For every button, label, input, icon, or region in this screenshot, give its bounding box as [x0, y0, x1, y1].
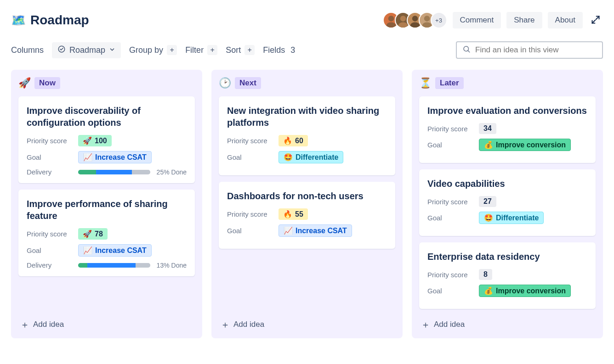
collaborator-avatars[interactable]: +3	[383, 12, 447, 28]
group-by-label: Group by	[129, 45, 163, 55]
priority-score-value: 55	[295, 210, 303, 218]
plus-icon: ＋	[221, 320, 230, 329]
add-idea-button[interactable]: ＋Add idea	[18, 315, 195, 331]
card-title: Improve discoverability of configuration…	[27, 105, 187, 129]
card-title: Dashboards for non-tech users	[227, 190, 387, 202]
goal-label: Goal	[427, 287, 472, 295]
score-emoji-icon: 🔥	[283, 136, 292, 145]
score-emoji-icon: 🚀	[83, 230, 92, 238]
sort-label: Sort	[226, 45, 241, 55]
board-column: ⏳ Later Improve evaluation and conversio…	[412, 70, 603, 338]
priority-score-value: 60	[295, 137, 303, 145]
add-idea-label: Add idea	[33, 320, 64, 329]
delivery-row: Delivery 25% Done	[27, 168, 187, 176]
chevron-down-icon	[109, 45, 115, 55]
card-title: New integration with video sharing platf…	[227, 105, 387, 129]
priority-score-value: 78	[95, 230, 103, 238]
idea-card[interactable]: Video capabilities Priority score 27 Goa…	[419, 169, 596, 236]
priority-label: Priority score	[27, 230, 72, 238]
goal-row: Goal 📈 Increase CSAT	[27, 151, 187, 163]
priority-score-badge: 34	[479, 123, 496, 134]
toolbar-left: Columns Roadmap Group by + Filter + Sort…	[11, 42, 445, 58]
idea-card[interactable]: New integration with video sharing platf…	[219, 96, 395, 175]
goal-text: Increase CSAT	[95, 153, 147, 162]
plus-icon: ＋	[20, 320, 29, 329]
group-by-control[interactable]: Group by +	[129, 45, 177, 55]
goal-emoji-icon: 🤩	[284, 153, 293, 162]
idea-card[interactable]: Improve discoverability of configuration…	[18, 96, 195, 183]
priority-score-badge: 8	[479, 269, 492, 280]
priority-label: Priority score	[227, 210, 272, 218]
goal-label: Goal	[27, 153, 72, 161]
card-title: Enterprise data residency	[427, 251, 587, 263]
goal-row: Goal 🤩 Differentiate	[227, 151, 387, 163]
avatar-overflow[interactable]: +3	[431, 12, 447, 28]
priority-row: Priority score 🚀78	[27, 228, 187, 240]
column-header: 🕑 Next	[219, 77, 395, 89]
share-button[interactable]: Share	[506, 12, 542, 28]
goal-row: Goal 📈 Increase CSAT	[27, 244, 187, 257]
expand-icon	[591, 15, 600, 26]
progress-remaining-segment	[132, 170, 150, 174]
svg-point-1	[386, 22, 396, 28]
plus-icon: +	[207, 45, 217, 55]
delivery-label: Delivery	[27, 261, 72, 269]
priority-score-value: 34	[483, 124, 492, 133]
filter-control[interactable]: Filter +	[185, 45, 217, 55]
delivery-percent: 25% Done	[157, 168, 187, 176]
header-bar: 🗺️ Roadmap +3 Comment Share About	[11, 12, 603, 28]
goal-badge: 🤩 Differentiate	[479, 212, 544, 224]
priority-score-badge: 🚀78	[78, 228, 108, 240]
check-circle-icon	[57, 45, 66, 56]
priority-label: Priority score	[227, 137, 272, 145]
comment-button[interactable]: Comment	[453, 12, 501, 28]
goal-badge: 📈 Increase CSAT	[78, 151, 152, 163]
column-emoji: 🚀	[18, 77, 31, 89]
idea-card[interactable]: Enterprise data residency Priority score…	[419, 242, 596, 309]
svg-point-6	[424, 16, 429, 21]
filter-label: Filter	[185, 45, 204, 55]
goal-row: Goal 📈 Increase CSAT	[227, 224, 387, 237]
score-emoji-icon: 🔥	[283, 210, 292, 218]
column-emoji: ⏳	[419, 77, 432, 89]
priority-score-value: 8	[483, 270, 488, 279]
delivery-row: Delivery 13% Done	[27, 261, 187, 269]
columns-label: Columns	[11, 45, 44, 55]
add-idea-button[interactable]: ＋Add idea	[219, 315, 395, 331]
idea-card[interactable]: Dashboards for non-tech users Priority s…	[219, 182, 395, 249]
goal-emoji-icon: 💰	[484, 286, 493, 295]
goal-badge: 💰 Improve conversion	[479, 285, 571, 297]
goal-label: Goal	[227, 227, 272, 235]
delivery-label: Delivery	[27, 168, 72, 176]
goal-text: Improve conversion	[496, 287, 566, 295]
svg-point-7	[422, 22, 432, 28]
about-button[interactable]: About	[548, 12, 583, 28]
priority-row: Priority score 🔥55	[227, 208, 387, 220]
search-icon	[462, 45, 471, 55]
goal-text: Increase CSAT	[296, 227, 347, 235]
priority-label: Priority score	[427, 271, 472, 279]
idea-card[interactable]: Improve performance of sharing feature P…	[18, 190, 195, 276]
page-title-wrap: 🗺️ Roadmap	[11, 13, 89, 28]
column-header: 🚀 Now	[18, 77, 195, 89]
progress-inprogress-segment	[87, 263, 136, 268]
goal-badge: 💰 Improve conversion	[479, 139, 571, 151]
sort-control[interactable]: Sort +	[226, 45, 255, 55]
columns-selector[interactable]: Roadmap	[52, 42, 121, 58]
expand-button[interactable]	[588, 12, 603, 28]
delivery-progress-bar	[78, 170, 150, 174]
search-box[interactable]	[456, 41, 603, 59]
goal-label: Goal	[27, 246, 72, 254]
board-column: 🕑 Next New integration with video sharin…	[211, 70, 403, 338]
progress-done-segment	[78, 170, 96, 174]
add-idea-button[interactable]: ＋Add idea	[419, 315, 596, 331]
search-input[interactable]	[475, 45, 597, 55]
priority-label: Priority score	[427, 198, 472, 206]
goal-text: Improve conversion	[496, 141, 566, 149]
goal-emoji-icon: 🤩	[484, 213, 493, 222]
idea-card[interactable]: Improve evaluation and conversions Prior…	[419, 96, 596, 163]
priority-row: Priority score 🔥60	[227, 135, 387, 146]
fields-control[interactable]: Fields 3	[263, 45, 295, 55]
goal-emoji-icon: 📈	[284, 226, 293, 235]
progress-done-segment	[78, 263, 87, 268]
